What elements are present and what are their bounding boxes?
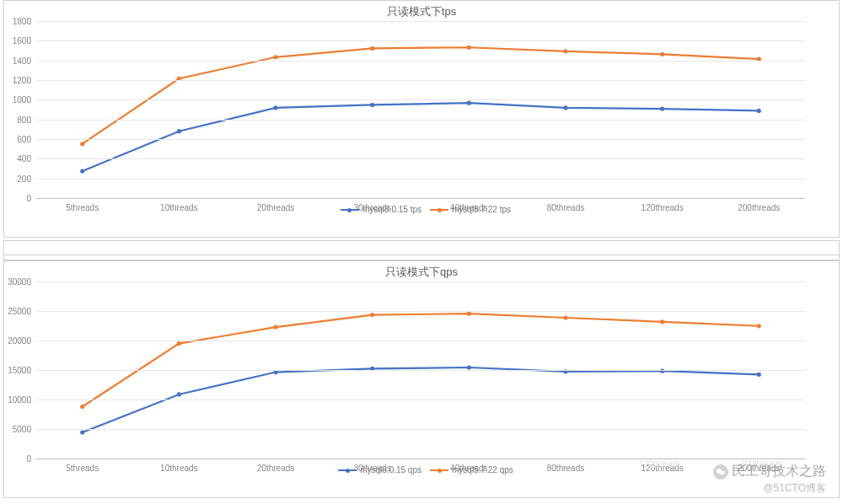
data-point [467,46,471,50]
y-tick-label: 5000 [13,425,31,434]
y-tick-label: 10000 [8,394,31,404]
data-point [177,341,181,346]
y-tick-label: 400 [17,154,31,164]
data-point [660,319,664,324]
y-tick-label: 0 [26,454,31,464]
watermark-source: @51CTO博客 [763,481,826,496]
legend-swatch [430,469,448,471]
chart-title: 只读模式下qps [4,261,839,281]
y-tick-label: 1400 [13,56,31,65]
y-tick-label: 25000 [8,306,31,315]
chart-tps: 只读模式下tps 0200400600800100012001400160018… [3,0,840,238]
data-point [467,312,471,316]
data-point [660,52,664,56]
x-tick-label: 40threads [450,203,487,212]
x-tick-label: 30threads [353,203,390,212]
legend-tps: mysql8.0.15 tpsmysql5.7.22 tps [4,198,839,217]
y-tick-label: 15000 [8,366,31,375]
data-point [757,109,761,113]
occluded-xlabel: 120threads [639,459,681,469]
y-tick-label: 1600 [13,36,31,46]
data-point [370,46,374,51]
y-tick-label: 200 [17,174,31,183]
data-point [177,129,181,133]
x-tick-label: 80threads [547,203,584,212]
plot-area-qps: 0500010000150002000025000300005threads10… [36,281,805,458]
x-tick-label: 40threads [450,464,487,473]
x-tick-label: 10threads [160,203,197,212]
data-point [757,373,761,377]
y-tick-label: 20000 [8,335,31,345]
series-line [83,103,760,171]
data-point [273,105,277,110]
watermark-brand: 民工哥技术之路 [713,463,826,480]
y-tick-label: 1000 [13,95,31,105]
svg-point-1 [721,470,725,475]
data-point [80,142,84,146]
divider [3,240,840,260]
y-tick-label: 1800 [13,17,31,26]
data-point [273,55,277,59]
chart-title: 只读模式下tps [4,1,839,21]
x-tick-label: 20threads [257,464,294,473]
y-tick-label: 1200 [13,75,31,84]
x-tick-label: 10threads [160,464,197,473]
y-tick-label: 600 [17,134,31,143]
data-point [467,101,471,105]
data-point [370,103,374,107]
data-point [177,392,181,396]
chart-svg [36,21,805,196]
x-tick-label: 5threads [66,464,99,473]
data-point [563,315,567,319]
data-point [467,365,471,369]
data-point [80,169,84,174]
plot-area-tps: 0200400600800100012001400160018005thread… [36,21,805,198]
data-point [80,405,84,409]
data-point [757,324,761,328]
x-tick-label: 5threads [66,203,99,212]
data-point [80,430,84,434]
x-tick-label: 30threads [353,464,390,473]
data-point [563,49,567,53]
wechat-icon [713,464,728,480]
x-tick-label: 20threads [257,203,294,212]
legend-swatch [430,209,448,211]
data-point [563,105,567,110]
data-point [660,107,664,111]
data-point [370,313,374,317]
legend-swatch [341,209,359,211]
y-tick-label: 30000 [8,277,31,287]
y-tick-label: 800 [17,115,31,124]
y-tick-label: 0 [26,194,31,203]
x-tick-label: 200threads [738,203,780,212]
legend-swatch [338,469,357,471]
x-tick-label: 80threads [547,464,584,473]
watermark-brand-text: 民工哥技术之路 [732,463,826,480]
data-point [273,325,277,330]
x-tick-label: 120threads [642,203,684,212]
